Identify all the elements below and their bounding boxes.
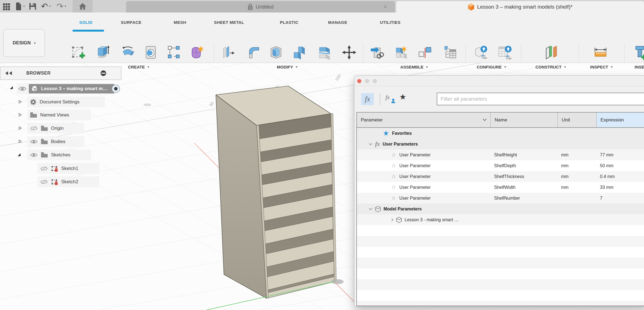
save-button[interactable] bbox=[29, 2, 37, 11]
extrude-icon[interactable] bbox=[95, 45, 111, 60]
combine-icon[interactable] bbox=[291, 45, 307, 60]
user-parameters-filter-button[interactable]: fx bbox=[385, 94, 398, 105]
tab-manage[interactable]: MANAGE bbox=[328, 20, 347, 25]
parameter-name[interactable]: ShelfThickness bbox=[491, 174, 558, 179]
minimize-traffic-light[interactable] bbox=[365, 79, 369, 83]
browser-item-named-views[interactable]: Named Views bbox=[27, 110, 91, 120]
new-component-icon[interactable] bbox=[393, 45, 409, 60]
group-label-insert[interactable]: INSERT bbox=[635, 65, 644, 69]
group-label-inspect[interactable]: INSPECT▾ bbox=[585, 65, 618, 69]
expand-triangle-open[interactable] bbox=[9, 85, 13, 90]
browser-root-row[interactable]: Lesson 3 – making smart m… bbox=[17, 83, 114, 94]
star-outline-icon[interactable]: ☆ bbox=[391, 184, 396, 190]
chevron-down-icon[interactable] bbox=[483, 119, 487, 121]
favorites-filter-button[interactable]: ★ bbox=[399, 92, 406, 101]
column-header-unit[interactable]: Unit bbox=[558, 113, 597, 127]
parameter-row-shelfthickness[interactable]: ☆User Parameter ShelfThickness mm 0.4 mm bbox=[357, 171, 644, 182]
configuration-icon[interactable] bbox=[473, 45, 489, 60]
tab-solid[interactable]: SOLID bbox=[79, 20, 93, 25]
form-icon[interactable] bbox=[189, 45, 204, 60]
chevron-right-icon[interactable] bbox=[391, 218, 393, 222]
eye-off-icon[interactable] bbox=[30, 126, 38, 131]
hole-icon[interactable] bbox=[143, 45, 159, 60]
expand-triangle-closed[interactable] bbox=[18, 113, 22, 117]
tab-surface[interactable]: SURFACE bbox=[121, 20, 141, 25]
group-label-configure[interactable]: CONFIGURE▾ bbox=[472, 65, 511, 69]
document-tab-untitled[interactable]: Untitled × bbox=[126, 1, 395, 12]
document-tab-active[interactable]: Lesson 3 – making smart models (shelf)* bbox=[396, 1, 644, 12]
expand-triangle-closed[interactable] bbox=[18, 100, 22, 104]
joint-icon[interactable] bbox=[417, 45, 432, 60]
filter-parameters-input[interactable] bbox=[437, 93, 644, 105]
parameter-row-shelfnumber[interactable]: ☆User Parameter ShelfNumber 7 bbox=[357, 193, 644, 204]
close-traffic-light[interactable] bbox=[357, 79, 361, 83]
star-outline-icon[interactable]: ☆ bbox=[391, 195, 396, 201]
column-header-expression[interactable]: Expression bbox=[597, 113, 644, 127]
model-parameters-section-row[interactable]: Model Parameters bbox=[357, 204, 644, 214]
star-outline-icon[interactable]: ☆ bbox=[391, 173, 396, 180]
fillet-icon[interactable] bbox=[247, 45, 262, 60]
parameter-row-shelfdepth[interactable]: ☆User Parameter ShelfDepth mm 50 mm bbox=[357, 160, 644, 171]
eye-off-icon[interactable] bbox=[40, 179, 48, 185]
parameter-row-shelfheight[interactable]: ☆User Parameter ShelfHeight mm 77 mm bbox=[357, 149, 644, 160]
parameter-name[interactable]: ShelfDepth bbox=[491, 163, 558, 168]
tab-utilities[interactable]: UTILITIES bbox=[380, 20, 400, 25]
browser-item-document-settings[interactable]: Document Settings bbox=[27, 96, 105, 107]
activate-component-radio[interactable] bbox=[111, 84, 120, 93]
parameter-expression[interactable]: 77 mm bbox=[597, 153, 644, 157]
parameter-name[interactable]: ShelfWidth bbox=[491, 185, 558, 190]
star-outline-icon[interactable]: ☆ bbox=[391, 152, 396, 158]
pattern-icon[interactable] bbox=[166, 45, 182, 60]
zoom-traffic-light[interactable] bbox=[373, 79, 377, 83]
move-icon[interactable] bbox=[341, 45, 357, 60]
all-parameters-toggle[interactable]: fx bbox=[361, 93, 374, 105]
expand-triangle-closed[interactable] bbox=[18, 126, 22, 130]
press-pull-icon[interactable] bbox=[221, 45, 237, 60]
browser-item-sketch1[interactable]: Sketch1 bbox=[37, 163, 99, 174]
app-grid-icon[interactable] bbox=[2, 2, 11, 11]
browser-panel-header[interactable]: BROWSER bbox=[0, 67, 121, 80]
eye-icon[interactable] bbox=[30, 139, 38, 144]
browser-item-bodies[interactable]: Bodies bbox=[27, 136, 84, 147]
favorites-section-row[interactable]: ★Favorites bbox=[357, 128, 644, 139]
tab-mesh[interactable]: MESH bbox=[174, 20, 186, 25]
browser-item-sketches[interactable]: Sketches bbox=[27, 149, 91, 160]
browser-item-origin[interactable]: Origin bbox=[27, 123, 84, 134]
configuration-table-icon[interactable] bbox=[497, 45, 513, 60]
parameter-name[interactable]: ShelfHeight bbox=[491, 153, 558, 157]
parameter-expression[interactable]: 33 mm bbox=[597, 185, 644, 190]
collapse-panel-icon[interactable] bbox=[5, 71, 13, 76]
user-parameters-section-row[interactable]: fx User Parameters bbox=[357, 139, 644, 149]
revolve-icon[interactable] bbox=[120, 45, 136, 60]
chevron-down-icon[interactable] bbox=[369, 143, 372, 145]
eye-off-icon[interactable] bbox=[40, 166, 48, 171]
split-body-icon[interactable] bbox=[317, 45, 332, 60]
eye-icon[interactable] bbox=[30, 152, 38, 158]
shelf-model[interactable] bbox=[216, 86, 336, 298]
browser-root-selected[interactable]: Lesson 3 – making smart m… bbox=[29, 84, 114, 93]
column-header-name[interactable]: Name bbox=[491, 113, 558, 127]
tab-plastic[interactable]: PLASTIC bbox=[280, 20, 298, 25]
group-label-modify[interactable]: MODIFY▾ bbox=[270, 65, 304, 69]
undo-button[interactable]: ↶▾ bbox=[41, 2, 51, 11]
home-view-button[interactable] bbox=[73, 0, 93, 12]
star-outline-icon[interactable]: ☆ bbox=[391, 162, 396, 169]
parameter-expression[interactable]: 50 mm bbox=[597, 163, 644, 168]
minus-circle-icon[interactable] bbox=[100, 70, 107, 77]
measure-icon[interactable] bbox=[593, 45, 608, 60]
group-label-construct[interactable]: CONSTRUCT▾ bbox=[531, 65, 570, 69]
parameter-name[interactable]: ShelfNumber bbox=[491, 196, 558, 201]
dialog-titlebar[interactable] bbox=[354, 76, 644, 86]
chevron-down-icon[interactable] bbox=[369, 208, 372, 210]
workspace-selector[interactable]: DESIGN ▾ bbox=[3, 29, 45, 57]
construction-plane-icon[interactable] bbox=[543, 45, 558, 60]
close-icon[interactable]: × bbox=[384, 3, 387, 11]
group-label-assemble[interactable]: ASSEMBLE▾ bbox=[395, 65, 433, 69]
model-component-row[interactable]: Lesson 3 - making smart … bbox=[357, 214, 644, 225]
column-header-parameter[interactable]: Parameter bbox=[357, 113, 491, 127]
tab-sheet-metal[interactable]: SHEET METAL bbox=[214, 20, 244, 25]
insert-fastener-icon[interactable] bbox=[632, 45, 644, 60]
parameter-expression[interactable]: 0.4 mm bbox=[597, 174, 644, 179]
expand-triangle-closed[interactable] bbox=[18, 139, 22, 144]
parameter-expression[interactable]: 7 bbox=[597, 196, 644, 201]
